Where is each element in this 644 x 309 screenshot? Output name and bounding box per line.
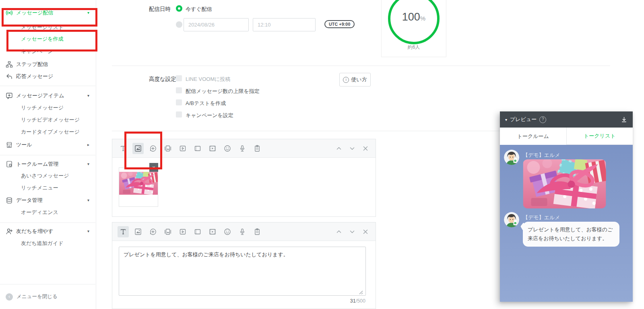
target-reach-card: 100% 約6人 [381,0,446,57]
remove-image-icon[interactable]: × [149,163,158,172]
chevron-down-icon: ▾ [87,10,89,15]
database-icon [6,197,13,204]
character-counter: 31/500 [350,298,365,304]
advanced-settings-label: 高度な設定 [149,76,176,83]
tab-talk-room[interactable]: トークルーム [500,128,567,145]
voice-message-icon[interactable] [237,143,248,154]
chat-preview-area: 【デモ】エルメ 【デモ】エルメ プレゼントを用意して、お客様のご来店をお待ちいた… [500,145,633,302]
rich-message-icon[interactable] [162,143,173,154]
card-type-message-icon[interactable] [192,143,203,154]
send-now-label: 今すぐ配信 [186,6,212,13]
info-icon: i [343,77,349,83]
sidebar-item-add-friend-guide[interactable]: 友だち追加ガイド [0,237,96,249]
usage-help-button[interactable]: i 使い方 [339,73,371,87]
image-message-icon[interactable] [132,143,144,154]
move-up-icon[interactable] [334,144,344,153]
avatar [504,150,519,165]
sidebar-item-message-list[interactable]: メッセージリスト [0,21,96,33]
card-type-message-icon[interactable] [192,226,203,237]
sidebar-item-tools[interactable]: ツール ▸ [0,139,96,151]
chat-text-bubble: プレゼントを用意して、お客様のご来店をお待ちいたしております。 [523,222,619,247]
sticker-icon[interactable] [147,226,159,237]
sender-name: 【デモ】エルメ [523,214,560,221]
sidebar-item-data-management[interactable]: データ管理 ▾ [0,194,96,206]
sidebar-item-gain-friends[interactable]: 友だちを増やす ▾ [0,225,96,237]
sidebar-item-audience[interactable]: オーディエンス [0,206,96,218]
campaign-checkbox[interactable] [176,111,182,117]
sidebar-item-message-items[interactable]: メッセージアイテム ▾ [0,90,96,102]
emoji-icon[interactable] [222,143,233,154]
help-icon[interactable]: ? [539,116,546,123]
preview-header: ▾ プレビュー ? [500,111,633,128]
file-message-icon[interactable] [252,226,263,237]
rich-video-message-icon[interactable] [207,143,218,154]
uploaded-image-thumbnail[interactable]: × [119,167,158,207]
ab-test-checkbox[interactable] [176,99,182,105]
delete-block-icon[interactable] [361,144,370,153]
sidebar-item-talk-room-management[interactable]: トークルーム管理 ▾ [0,158,96,170]
sidebar-item-card-type-message[interactable]: カードタイプメッセージ [0,126,96,138]
gift-image [119,168,158,199]
person-add-icon [6,228,13,235]
video-message-icon[interactable] [177,143,188,154]
preview-tabs: トークルーム トークリスト [500,128,633,145]
reply-icon [6,73,13,80]
rich-video-message-icon[interactable] [207,226,218,237]
chevron-down-icon: ▾ [87,162,89,166]
rich-message-icon[interactable] [162,226,173,237]
chevron-down-icon: ▾ [87,229,89,233]
sidebar-item-create-message[interactable]: メッセージを作成 [0,33,96,45]
sidebar-item-campaign[interactable]: キャンペーン [0,45,96,58]
chevron-down-icon: ▾ [87,93,89,98]
video-message-icon[interactable] [177,226,188,237]
reach-percent: 100% [382,11,446,23]
storefront-icon [6,141,13,148]
date-input[interactable] [184,18,249,31]
sticker-icon[interactable] [147,143,159,154]
timezone-badge: UTC +9:00 [324,20,355,28]
sidebar-item-rich-message[interactable]: リッチメッセージ [0,102,96,114]
move-down-icon[interactable] [347,144,357,153]
text-message-icon[interactable] [118,143,129,154]
download-preview-icon[interactable] [621,116,627,123]
message-text-input[interactable]: プレゼントを用意して、お客様のご来店をお待ちいたしております。 [119,247,366,296]
line-voom-checkbox[interactable] [176,75,182,81]
sidebar-item-step-delivery[interactable]: ステップ配信 [0,58,96,70]
preview-panel: ▾ プレビュー ? トークルーム トークリスト 【デモ】エルメ 【デモ】エルメ … [500,111,633,302]
close-menu-button[interactable]: ‹ メニューを閉じる [0,284,95,309]
emoji-icon[interactable] [222,226,233,237]
image-message-icon[interactable] [132,226,144,237]
collapse-preview-icon[interactable]: ▾ [505,117,507,122]
line-official-account-manager: メッセージ配信 ▾ メッセージリスト メッセージを作成 キャンペーン ステップ配… [0,0,644,309]
sidebar-divider [0,155,95,155]
sidebar-item-rich-video-message[interactable]: リッチビデオメッセージ [0,114,96,126]
sidebar-item-message-broadcast[interactable]: メッセージ配信 ▾ [0,7,96,19]
file-message-icon[interactable] [252,143,263,154]
talk-room-icon [6,161,13,168]
bubble-plus-icon [6,92,13,99]
delete-block-icon[interactable] [361,227,370,237]
section-divider [112,66,610,66]
sidebar: メッセージ配信 ▾ メッセージリスト メッセージを作成 キャンペーン ステップ配… [0,0,96,309]
chat-image-message [523,159,606,208]
sidebar-item-greeting-message[interactable]: あいさつメッセージ [0,170,96,182]
sitemap-icon [6,61,13,68]
avatar [504,212,519,227]
message-limit-checkbox[interactable] [176,87,182,93]
schedule-radio[interactable] [176,21,182,28]
tab-talk-list[interactable]: トークリスト [567,128,633,145]
send-now-radio[interactable] [176,5,182,12]
delivery-datetime-label: 配信日時 [149,6,171,13]
composer-toolbar [112,222,376,241]
sidebar-item-auto-reply[interactable]: 応答メッセージ [0,70,96,82]
reach-estimate: 約6人 [382,44,446,51]
voice-message-icon[interactable] [237,226,248,237]
move-up-icon[interactable] [334,227,344,237]
sidebar-item-rich-menu[interactable]: リッチメニュー [0,182,96,194]
chevron-down-icon: ▾ [87,198,89,202]
time-input[interactable] [253,18,316,31]
move-down-icon[interactable] [347,227,357,237]
text-message-icon[interactable] [118,226,129,237]
message-block-image: × [112,139,376,217]
composer-toolbar [112,139,376,158]
